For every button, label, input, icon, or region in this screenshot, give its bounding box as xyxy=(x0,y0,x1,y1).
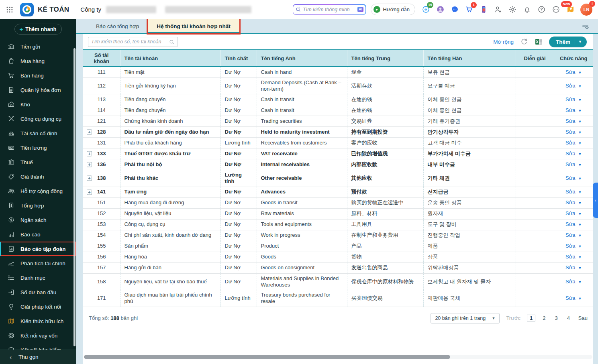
edit-link[interactable]: Sửa xyxy=(565,129,576,135)
row-menu-caret-icon[interactable]: ▼ xyxy=(578,212,582,216)
panel-collapse-handle[interactable]: ‹ xyxy=(593,183,598,218)
edit-link[interactable]: Sửa xyxy=(565,221,576,227)
sidebar-item-giai-phap-ket-noi[interactable]: Giải pháp kết nối xyxy=(0,299,76,314)
table-search-input[interactable] xyxy=(91,39,169,45)
mobile-app-icon[interactable] xyxy=(479,5,488,14)
settings-icon[interactable] xyxy=(508,5,517,14)
collapse-sidebar-button[interactable]: ‹ Thu gọn xyxy=(0,350,76,364)
add-button[interactable]: Thêm ▼ xyxy=(549,37,587,47)
row-menu-caret-icon[interactable]: ▼ xyxy=(578,223,582,227)
row-menu-caret-icon[interactable]: ▼ xyxy=(578,280,582,284)
edit-link[interactable]: Sửa xyxy=(565,199,576,205)
page-button-3[interactable]: 3 xyxy=(553,315,559,321)
sidebar-item-mua-hang[interactable]: Mua hàng xyxy=(0,54,76,68)
edit-link[interactable]: Sửa xyxy=(565,295,576,301)
sidebar-item-tai-san-co-dinh[interactable]: Tài sản cố định xyxy=(0,126,76,140)
notifications-icon[interactable] xyxy=(522,5,532,14)
cart-icon[interactable]: 1 xyxy=(465,5,474,14)
quick-add-button[interactable]: + Thêm nhanh xyxy=(14,24,62,35)
prev-page-button[interactable]: Trước xyxy=(506,315,520,321)
page-button-4[interactable]: 4 xyxy=(565,315,572,321)
help-icon[interactable] xyxy=(537,5,546,14)
sidebar-item-tien-luong[interactable]: Tiền lương xyxy=(0,140,76,155)
edit-link[interactable]: Sửa xyxy=(565,210,576,216)
next-page-button[interactable]: Sau xyxy=(578,315,588,321)
sidebar-item-danh-muc[interactable]: Danh mục xyxy=(0,270,76,285)
sidebar-item-ho-tro-cong-dong[interactable]: Hỗ trợ cộng đồng xyxy=(0,184,76,198)
row-menu-caret-icon[interactable]: ▼ xyxy=(578,163,582,167)
sidebar-item-phan-tich-tai-chinh[interactable]: Phân tích tài chính xyxy=(0,256,76,270)
tab-he-thong-tai-khoan-hop-nhat[interactable]: Hệ thống tài khoản hợp nhất xyxy=(148,19,239,33)
row-menu-caret-icon[interactable]: ▼ xyxy=(578,141,582,145)
row-menu-caret-icon[interactable]: ▼ xyxy=(578,234,582,238)
edit-link[interactable]: Sửa xyxy=(565,264,576,270)
row-menu-caret-icon[interactable]: ▼ xyxy=(578,297,582,301)
row-menu-caret-icon[interactable]: ▼ xyxy=(578,130,582,134)
expand-toggle-icon[interactable]: + xyxy=(87,176,92,181)
sidebar-item-quan-ly-hoa-don[interactable]: Quản lý hóa đơn xyxy=(0,83,76,97)
row-menu-caret-icon[interactable]: ▼ xyxy=(578,255,582,259)
scrollbar-thumb[interactable] xyxy=(84,355,450,359)
sidebar-item-so-du-ban-dau[interactable]: Số dư ban đầu xyxy=(0,285,76,299)
expand-toggle-icon[interactable]: + xyxy=(87,151,92,157)
sidebar-item-ket-noi-bao-hiem[interactable]: Kết nối bảo hiểm xyxy=(0,343,76,350)
sidebar-item-bao-cao[interactable]: Báo cáo xyxy=(0,227,76,242)
sidebar-item-cong-cu-dung-cu[interactable]: Công cụ dụng cụ xyxy=(0,112,76,126)
sidebar-item-tong-hop[interactable]: Tổng hợp xyxy=(0,198,76,213)
row-menu-caret-icon[interactable]: ▼ xyxy=(578,120,582,124)
row-menu-caret-icon[interactable]: ▼ xyxy=(578,177,582,181)
edit-link[interactable]: Sửa xyxy=(565,232,576,238)
row-menu-caret-icon[interactable]: ▼ xyxy=(578,71,582,75)
sidebar-item-tien-gui[interactable]: Tiền gửi xyxy=(0,39,76,54)
edit-link[interactable]: Sửa xyxy=(565,83,576,89)
more-icon[interactable] xyxy=(551,5,561,14)
row-menu-caret-icon[interactable]: ▼ xyxy=(578,152,582,156)
edit-link[interactable]: Sửa xyxy=(565,189,576,195)
smart-search-input[interactable] xyxy=(303,7,357,12)
whats-new-icon[interactable]: New xyxy=(566,5,575,14)
row-menu-caret-icon[interactable]: ▼ xyxy=(578,244,582,248)
profile-avatar-icon[interactable] xyxy=(436,5,445,14)
row-menu-caret-icon[interactable]: ▼ xyxy=(578,98,582,102)
edit-link[interactable]: Sửa xyxy=(565,118,576,124)
search-icon[interactable] xyxy=(169,39,175,45)
sidebar-item-thue[interactable]: Thuế xyxy=(0,155,76,169)
updates-icon[interactable]: 19 xyxy=(421,5,431,14)
sidebar-item-ket-noi-vay-von[interactable]: Kết nối vay vốn xyxy=(0,328,76,343)
add-user-icon[interactable] xyxy=(494,5,503,14)
expand-toggle-icon[interactable]: + xyxy=(87,162,92,167)
tab-bao-cao-tong-hop[interactable]: Báo cáo tổng hợp xyxy=(87,19,148,33)
edit-link[interactable]: Sửa xyxy=(565,243,576,249)
sidebar-scrollbar[interactable] xyxy=(73,48,76,346)
edit-link[interactable]: Sửa xyxy=(565,140,576,146)
page-button-1[interactable]: 1 xyxy=(527,315,535,321)
expand-toggle-icon[interactable]: + xyxy=(87,130,92,135)
row-menu-caret-icon[interactable]: ▼ xyxy=(578,190,582,194)
edit-link[interactable]: Sửa xyxy=(565,161,576,167)
table-settings-icon[interactable] xyxy=(582,22,589,30)
account-icon[interactable]: LN! xyxy=(580,4,592,16)
row-menu-caret-icon[interactable]: ▼ xyxy=(578,266,582,270)
app-grid-icon[interactable] xyxy=(6,6,14,14)
sidebar-item-ngan-sach[interactable]: Ngân sách xyxy=(0,213,76,227)
row-menu-caret-icon[interactable]: ▼ xyxy=(578,201,582,205)
edit-link[interactable]: Sửa xyxy=(565,279,576,285)
edit-link[interactable]: Sửa xyxy=(565,150,576,157)
expand-toggle-icon[interactable]: + xyxy=(87,189,92,195)
chevron-down-icon[interactable]: ▼ xyxy=(578,40,586,44)
horizontal-scrollbar[interactable] xyxy=(84,355,592,359)
row-menu-caret-icon[interactable]: ▼ xyxy=(578,84,582,88)
sidebar-item-ban-hang[interactable]: Bán hàng xyxy=(0,68,76,83)
guide-button[interactable]: ▶ Hướng dẫn xyxy=(371,4,415,15)
sidebar-item-kien-thuc-huu-ich[interactable]: Kiến thức hữu ích xyxy=(0,314,76,328)
sidebar-item-kho[interactable]: Kho xyxy=(0,97,76,112)
page-button-2[interactable]: 2 xyxy=(541,315,547,321)
refresh-icon[interactable] xyxy=(520,38,528,46)
page-size-select[interactable]: 20 bản ghi trên 1 trang ▼ xyxy=(431,313,500,323)
row-menu-caret-icon[interactable]: ▼ xyxy=(578,109,582,113)
sidebar-item-bao-cao-tap-doan[interactable]: Báo cáo tập đoàn xyxy=(0,242,76,256)
edit-link[interactable]: Sửa xyxy=(565,107,576,113)
app-logo-icon[interactable] xyxy=(20,3,34,16)
edit-link[interactable]: Sửa xyxy=(565,254,576,260)
export-excel-icon[interactable] xyxy=(535,38,543,46)
